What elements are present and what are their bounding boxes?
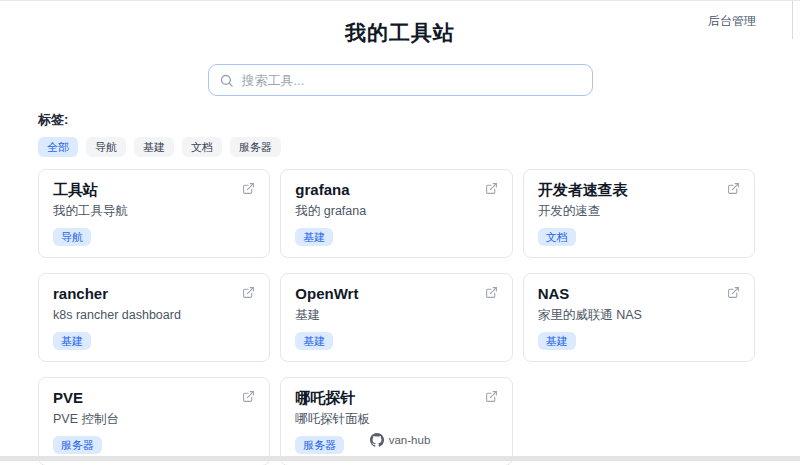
tool-card[interactable]: grafana 我的 grafana 基建 [280, 169, 512, 258]
card-description: 家里的威联通 NAS [538, 308, 740, 323]
card-tag-badge: 基建 [538, 332, 576, 350]
search-box[interactable] [208, 64, 593, 96]
external-link-icon[interactable] [727, 182, 740, 195]
card-description: 开发的速查 [538, 204, 740, 219]
card-grid: 工具站 我的工具导航 导航 grafana 我的 grafa [38, 169, 755, 465]
card-header: rancher [53, 285, 255, 302]
header: 我的工具站 后台管理 [0, 1, 800, 47]
card-description: 我的 grafana [295, 204, 497, 219]
card-tag-badge: 基建 [295, 228, 333, 246]
card-title: NAS [538, 285, 570, 302]
tag-filter-pill[interactable]: 全部 [38, 137, 78, 157]
tag-filter-pill[interactable]: 基建 [134, 137, 174, 157]
tool-card[interactable]: 哪吒探针 哪吒探针面板 服务器 [280, 377, 512, 465]
window-bottom-bar [0, 456, 800, 461]
tag-filter-pill[interactable]: 导航 [86, 137, 126, 157]
footer-label: van-hub [389, 434, 431, 446]
footer: van-hub [0, 433, 800, 447]
window-right-edge [792, 1, 793, 39]
admin-link[interactable]: 后台管理 [708, 13, 756, 30]
card-title: 开发者速查表 [538, 181, 628, 198]
card-tag-badge: 基建 [53, 332, 91, 350]
tags-label: 标签: [38, 111, 755, 129]
card-header: 哪吒探针 [295, 389, 497, 406]
tool-card[interactable]: PVE PVE 控制台 服务器 [38, 377, 270, 465]
card-header: PVE [53, 389, 255, 406]
external-link-icon[interactable] [485, 390, 498, 403]
tag-filter-pill[interactable]: 服务器 [230, 137, 281, 157]
card-description: k8s rancher dashboard [53, 308, 255, 323]
card-tag-badge: 基建 [295, 332, 333, 350]
card-title: OpenWrt [295, 285, 358, 302]
card-header: 工具站 [53, 181, 255, 198]
card-description: 哪吒探针面板 [295, 412, 497, 427]
tool-card[interactable]: rancher k8s rancher dashboard 基建 [38, 273, 270, 362]
card-tag-badge: 文档 [538, 228, 576, 246]
external-link-icon[interactable] [485, 182, 498, 195]
card-title: 哪吒探针 [295, 389, 355, 406]
search-icon [219, 73, 242, 88]
search-section [0, 64, 800, 96]
tool-card[interactable]: NAS 家里的威联通 NAS 基建 [523, 273, 755, 362]
tool-card[interactable]: 开发者速查表 开发的速查 文档 [523, 169, 755, 258]
external-link-icon[interactable] [727, 286, 740, 299]
card-title: PVE [53, 389, 83, 406]
tag-filter-pill[interactable]: 文档 [182, 137, 222, 157]
external-link-icon[interactable] [242, 390, 255, 403]
card-header: OpenWrt [295, 285, 497, 302]
tool-card[interactable]: OpenWrt 基建 基建 [280, 273, 512, 362]
github-icon [370, 433, 384, 447]
external-link-icon[interactable] [242, 182, 255, 195]
tool-station-page: 我的工具站 后台管理 标签: 全部 导航 基建 文档 服务器 工具站 [0, 1, 800, 461]
page-title: 我的工具站 [0, 19, 800, 47]
card-title: 工具站 [53, 181, 98, 198]
search-input[interactable] [242, 73, 582, 88]
external-link-icon[interactable] [485, 286, 498, 299]
card-header: NAS [538, 285, 740, 302]
card-title: rancher [53, 285, 108, 302]
card-header: 开发者速查表 [538, 181, 740, 198]
main-content: 标签: 全部 导航 基建 文档 服务器 工具站 我的工具导航 导航 grafan… [38, 111, 755, 465]
external-link-icon[interactable] [242, 286, 255, 299]
card-description: PVE 控制台 [53, 412, 255, 427]
card-description: 我的工具导航 [53, 204, 255, 219]
card-tag-badge: 导航 [53, 228, 91, 246]
tag-filter-row: 全部 导航 基建 文档 服务器 [38, 137, 755, 157]
card-header: grafana [295, 181, 497, 198]
tool-card[interactable]: 工具站 我的工具导航 导航 [38, 169, 270, 258]
card-description: 基建 [295, 308, 497, 323]
card-title: grafana [295, 181, 349, 198]
